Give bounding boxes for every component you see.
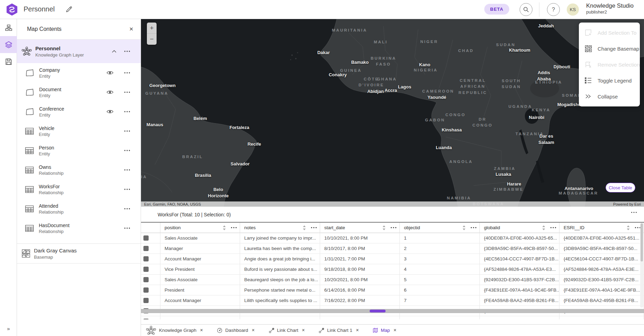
table-vertical-scrollbar[interactable]: [640, 223, 643, 308]
visibility-eye-icon[interactable]: [106, 110, 114, 114]
row-checkbox[interactable]: [143, 246, 149, 251]
layer-options-dots-icon[interactable]: [124, 169, 130, 171]
sort-icon[interactable]: [462, 225, 466, 230]
collapse-chevron-icon[interactable]: [112, 50, 116, 53]
user-avatar[interactable]: KS: [567, 3, 579, 16]
country-label: KENYA: [532, 107, 550, 113]
expand-rail-chevrons-icon[interactable]: »: [0, 324, 17, 333]
row-checkbox[interactable]: [143, 298, 149, 303]
layer-item-conference[interactable]: ConferenceEntity: [17, 102, 141, 121]
row-checkbox[interactable]: [143, 267, 149, 272]
sort-icon[interactable]: [627, 225, 630, 230]
rail-item-save[interactable]: [0, 53, 17, 70]
table-icon: [25, 128, 34, 135]
tab-close-icon[interactable]: ✕: [356, 328, 359, 333]
layer-item-company[interactable]: CompanyEntity: [17, 63, 141, 83]
layer-item-worksfor[interactable]: WorksForRelationship: [17, 180, 141, 199]
tab-close-icon[interactable]: ✕: [302, 328, 305, 333]
tab-close-icon[interactable]: ✕: [394, 328, 397, 333]
layer-options-dots-icon[interactable]: [124, 130, 130, 132]
table-options-dots-icon[interactable]: [631, 212, 637, 213]
menu-item-change-basemap[interactable]: Change Basemap: [579, 41, 640, 57]
menu-item-label: Collapse: [598, 94, 618, 100]
tab-map[interactable]: Map✕: [373, 328, 396, 333]
row-checkbox[interactable]: [143, 277, 149, 282]
close-panel-icon[interactable]: ✕: [127, 25, 135, 33]
tab-close-icon[interactable]: ✕: [252, 328, 255, 333]
hscroll-thumb[interactable]: [370, 310, 386, 312]
page-title: Personnel: [24, 5, 55, 13]
help-button[interactable]: ?: [547, 3, 560, 16]
panel-title: Map Contents: [27, 26, 62, 32]
row-checkbox[interactable]: [143, 235, 149, 241]
column-header-ESRI__ID[interactable]: ESRI__ID: [559, 223, 644, 233]
table-header-row: positionnotesstart_dateobjectidglobalidE…: [141, 223, 644, 233]
column-header-globalid[interactable]: globalid: [480, 223, 559, 233]
layer-options-dots-icon[interactable]: [124, 150, 130, 152]
layer-item-owns[interactable]: OwnsRelationship: [17, 160, 141, 180]
cell-position: Account Manager: [160, 295, 240, 306]
city-label: Georgetown: [149, 83, 176, 89]
column-options-dots-icon[interactable]: [311, 227, 317, 229]
layer-options-dots-icon[interactable]: [124, 92, 130, 93]
table-horizontal-scrollbar[interactable]: [141, 309, 644, 313]
cell-notes: Larry joined the company to impr...: [240, 233, 320, 243]
column-header-start_date[interactable]: start_date: [320, 223, 400, 233]
layer-options-dots-icon[interactable]: [124, 227, 130, 229]
row-select-cell: [141, 295, 160, 306]
column-header-position[interactable]: position: [160, 223, 240, 233]
tab-link-chart-1[interactable]: Link Chart 1✕: [319, 328, 359, 333]
sort-icon[interactable]: [223, 225, 226, 230]
search-button[interactable]: [520, 3, 532, 16]
zoom-out-button[interactable]: −: [147, 34, 157, 45]
edit-title-pencil-icon[interactable]: [65, 6, 73, 13]
save-icon: [5, 58, 12, 65]
layer-options-dots-icon[interactable]: [124, 111, 130, 113]
select-all-header[interactable]: [141, 223, 160, 233]
column-options-dots-icon[interactable]: [231, 227, 237, 229]
tab-knowledge-graph[interactable]: Knowledge Graph✕: [146, 326, 203, 335]
column-header-notes[interactable]: notes: [240, 223, 320, 233]
layer-item-document[interactable]: DocumentEntity: [17, 83, 141, 102]
sort-icon[interactable]: [303, 225, 306, 230]
layer-item-vehicle[interactable]: VehicleEntity: [17, 121, 141, 141]
table-row: PresidentPersephone started new metal o.…: [141, 285, 644, 295]
layer-options-dots-icon[interactable]: [124, 208, 130, 210]
basemap-row[interactable]: Dark Gray Canvas Basemap: [17, 243, 141, 264]
rail-item-data-model[interactable]: [0, 19, 17, 36]
menu-item-toggle-legend[interactable]: Toggle Legend: [579, 72, 640, 88]
visibility-eye-icon[interactable]: [106, 71, 114, 75]
row-checkbox[interactable]: [143, 256, 149, 261]
map-view[interactable]: MAURITANIAMALINIGERSUDANCHADBURKINA FASO…: [141, 19, 644, 207]
zoom-in-button[interactable]: +: [147, 23, 157, 34]
row-checkbox[interactable]: [143, 319, 149, 319]
visibility-eye-icon[interactable]: [106, 90, 114, 95]
sort-icon[interactable]: [382, 225, 386, 230]
menu-item-label: Remove Selection: [598, 62, 640, 68]
close-table-button[interactable]: Close Table: [606, 183, 635, 192]
country-label: CAMEROON: [422, 88, 454, 94]
vscroll-thumb[interactable]: [641, 223, 643, 261]
column-options-dots-icon[interactable]: [390, 227, 397, 229]
layer-item-personnel[interactable]: PersonnelKnowledge Graph Layer: [17, 40, 141, 63]
column-header-objectid[interactable]: objectid: [400, 223, 480, 233]
layer-item-person[interactable]: PersonEntity: [17, 141, 141, 160]
panel-header: Map Contents ✕: [17, 19, 141, 40]
tab-dashboard[interactable]: Dashboard✕: [217, 328, 255, 333]
city-label: Antananarivo: [564, 186, 593, 192]
sort-icon[interactable]: [542, 225, 545, 230]
link-tab-icon: [269, 328, 274, 333]
tab-close-icon[interactable]: ✕: [200, 328, 203, 333]
layer-item-hasdocument[interactable]: HasDocumentRelationship: [17, 218, 141, 238]
column-options-dots-icon[interactable]: [550, 227, 556, 229]
menu-item-collapse[interactable]: Collapse: [579, 88, 640, 104]
layer-options-dots-icon[interactable]: [124, 51, 130, 52]
rail-item-layers[interactable]: [0, 36, 17, 53]
tab-label: Link Chart: [277, 328, 299, 333]
layer-item-attended[interactable]: AttendedRelationship: [17, 199, 141, 218]
layer-options-dots-icon[interactable]: [124, 72, 130, 74]
row-checkbox[interactable]: [143, 287, 149, 293]
tab-link-chart[interactable]: Link Chart✕: [269, 328, 305, 333]
column-options-dots-icon[interactable]: [470, 227, 477, 229]
layer-options-dots-icon[interactable]: [124, 189, 130, 190]
